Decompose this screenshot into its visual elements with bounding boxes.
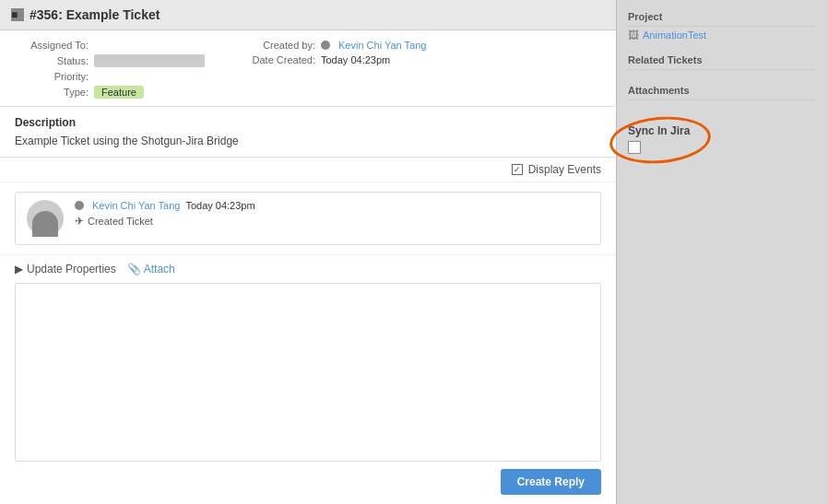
chevron-right-icon: ▶ <box>15 263 23 275</box>
created-by-label: Created by: <box>242 40 315 51</box>
fields-right: Created by: Kevin Chi Yan Tang Date Crea… <box>242 40 426 99</box>
related-tickets-section: Related Tickets <box>628 54 817 72</box>
ticket-icon: ■ <box>11 8 24 21</box>
update-properties[interactable]: ▶ Update Properties <box>15 263 116 275</box>
activity-meta: Kevin Chi Yan Tang Today 04:23pm <box>75 200 589 211</box>
reply-textarea[interactable] <box>15 283 601 462</box>
project-icon: 🖼 <box>628 29 639 41</box>
status-label: Status: <box>15 55 89 66</box>
activity-action-text: Created Ticket <box>88 216 153 227</box>
project-link-text: AnimationTest <box>643 29 706 41</box>
avatar <box>27 200 64 237</box>
activity-box: Kevin Chi Yan Tang Today 04:23pm ✈ Creat… <box>15 192 601 245</box>
fields-left: Assigned To: Status: Priority: Type: Fea… <box>15 40 205 99</box>
activity-user[interactable]: Kevin Chi Yan Tang <box>92 200 180 211</box>
attachments-title: Attachments <box>628 85 817 96</box>
reply-section: ▶ Update Properties 📎 Attach Create Repl… <box>0 255 616 504</box>
sync-jira-text: Sync In Jira <box>628 124 690 137</box>
title-bar: ■ #356: Example Ticket <box>0 0 616 30</box>
activity-entry: Kevin Chi Yan Tang Today 04:23pm ✈ Creat… <box>27 200 589 237</box>
attach-link[interactable]: 📎 Attach <box>127 263 175 275</box>
sync-jira-checkbox[interactable] <box>628 141 641 154</box>
activity-time: Today 04:23pm <box>185 200 254 211</box>
attachments-section: Attachments <box>628 85 817 102</box>
activity-section: Kevin Chi Yan Tang Today 04:23pm ✈ Creat… <box>0 182 616 255</box>
activity-action-row: ✈ Created Ticket <box>75 215 589 228</box>
priority-row: Priority: <box>15 71 205 82</box>
created-by-row: Created by: Kevin Chi Yan Tang <box>242 40 426 51</box>
status-row: Status: <box>15 54 205 67</box>
page-title: #356: Example Ticket <box>30 7 160 22</box>
paperclip-icon: 📎 <box>127 263 141 275</box>
project-title: Project <box>628 11 817 22</box>
type-label: Type: <box>15 87 89 98</box>
sync-jira-label: Sync In Jira <box>628 124 817 137</box>
main-content: ■ #356: Example Ticket Assigned To: Stat… <box>0 0 616 504</box>
events-header: Display Events <box>0 158 616 182</box>
create-reply-button[interactable]: Create Reply <box>501 469 601 495</box>
display-events-label: Display Events <box>528 163 601 176</box>
date-created-row: Date Created: Today 04:23pm <box>242 54 426 65</box>
status-value[interactable] <box>94 54 205 67</box>
project-link[interactable]: 🖼 AnimationTest <box>628 29 817 41</box>
description-text: Example Ticket using the Shotgun-Jira Br… <box>15 135 601 147</box>
avatar-silhouette <box>32 211 58 237</box>
sidebar: Project 🖼 AnimationTest Related Tickets … <box>616 0 828 504</box>
reply-actions: ▶ Update Properties 📎 Attach <box>15 263 601 275</box>
priority-label: Priority: <box>15 71 89 82</box>
description-section: Description Example Ticket using the Sho… <box>0 107 616 158</box>
attach-label: Attach <box>144 263 175 275</box>
update-properties-label: Update Properties <box>27 263 116 275</box>
sync-jira-section: Sync In Jira <box>628 124 817 157</box>
description-heading: Description <box>15 116 601 129</box>
assigned-to-row: Assigned To: <box>15 40 205 51</box>
display-events-checkbox[interactable] <box>512 164 523 175</box>
project-section: Project 🖼 AnimationTest <box>628 11 817 41</box>
created-by-value[interactable]: Kevin Chi Yan Tang <box>338 40 426 51</box>
type-value[interactable]: Feature <box>94 86 144 99</box>
date-created-label: Date Created: <box>242 54 315 65</box>
action-icon: ✈ <box>75 215 84 228</box>
activity-content: Kevin Chi Yan Tang Today 04:23pm ✈ Creat… <box>75 200 589 228</box>
reply-footer: Create Reply <box>15 469 601 495</box>
related-tickets-title: Related Tickets <box>628 54 817 65</box>
assigned-to-label: Assigned To: <box>15 40 89 51</box>
user-icon <box>321 41 330 50</box>
activity-user-icon <box>75 201 84 210</box>
type-row: Type: Feature <box>15 86 205 99</box>
date-created-value: Today 04:23pm <box>321 54 390 65</box>
fields-section: Assigned To: Status: Priority: Type: Fea… <box>0 30 616 107</box>
annotation-circle <box>608 112 713 167</box>
